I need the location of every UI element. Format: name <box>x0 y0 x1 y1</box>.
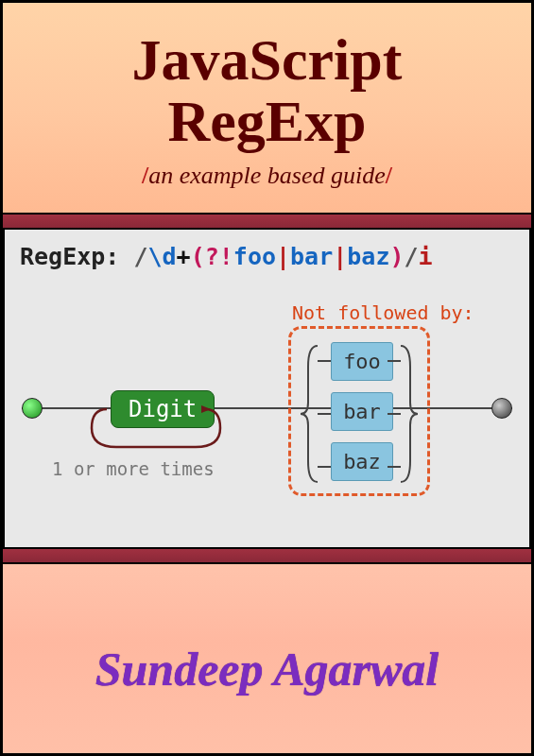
branch-line <box>388 413 401 415</box>
regexp-open-paren: ( <box>191 243 205 270</box>
main-rail-line <box>22 407 512 409</box>
regexp-close-paren: ) <box>389 243 404 270</box>
digit-node: Digit <box>111 390 215 428</box>
subtitle: /an example based guide/ <box>3 162 531 190</box>
subtitle-text: an example based guide <box>148 162 386 189</box>
divider-top <box>3 213 531 230</box>
branch-line <box>318 466 331 468</box>
lookahead-group: foo bar baz <box>288 326 430 496</box>
not-followed-label: Not followed by: <box>292 301 474 324</box>
end-dot-icon <box>491 398 512 419</box>
regexp-pipe-1: | <box>276 243 290 270</box>
brace-left-icon <box>299 338 319 490</box>
book-title: JavaScript RegExp <box>3 29 531 152</box>
regexp-pipe-2: | <box>333 243 347 270</box>
title-line-2: RegExp <box>167 89 366 153</box>
alt-baz: baz <box>331 442 393 481</box>
regexp-word-bar: bar <box>290 243 333 270</box>
branch-line <box>388 466 401 468</box>
regexp-escape-d: \d <box>147 243 176 270</box>
regexp-word-baz: baz <box>347 243 389 270</box>
regexp-expression: RegExp: /\d+(?!foo|bar|baz)/i <box>12 243 522 270</box>
regexp-plus: + <box>177 243 191 270</box>
alternatives-stack: foo bar baz <box>331 342 393 481</box>
alt-bar: bar <box>331 392 393 431</box>
header: JavaScript RegExp /an example based guid… <box>3 3 531 190</box>
loop-label: 1 or more times <box>52 458 215 479</box>
author-name: Sundeep Agarwal <box>3 642 531 696</box>
branch-line <box>388 360 401 362</box>
regexp-flag-i: i <box>419 243 433 270</box>
regexp-label: RegExp: <box>20 243 119 270</box>
regexp-word-foo: foo <box>233 243 276 270</box>
regexp-bang: ! <box>219 243 233 270</box>
regexp-question: ? <box>205 243 219 270</box>
diagram-panel: RegExp: /\d+(?!foo|bar|baz)/i Not follow… <box>3 230 531 547</box>
title-line-1: JavaScript <box>132 27 403 92</box>
railroad-diagram: Digit 1 or more times foo bar baz <box>5 324 529 547</box>
regexp-open-slash: / <box>133 243 147 270</box>
slash-close: / <box>386 162 392 189</box>
divider-bottom <box>3 547 531 564</box>
branch-line <box>318 360 331 362</box>
regexp-close-slash: / <box>405 243 419 270</box>
start-dot-icon <box>22 398 43 419</box>
brace-right-icon <box>399 338 420 490</box>
branch-line <box>318 413 331 415</box>
author-area: Sundeep Agarwal <box>3 642 531 753</box>
alt-foo: foo <box>331 342 393 381</box>
